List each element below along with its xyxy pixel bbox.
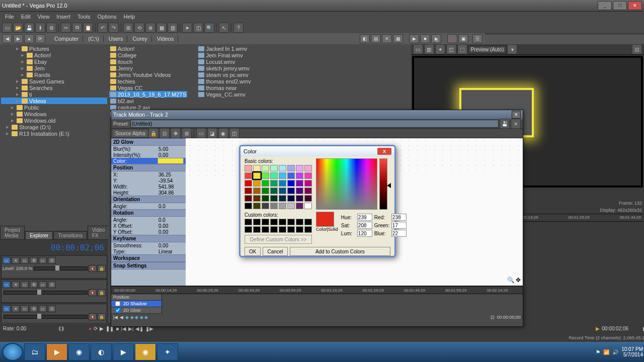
tray-flag-icon[interactable]: ⚑: [596, 349, 600, 355]
view2-icon[interactable]: ▣: [458, 34, 468, 43]
tm-close-button[interactable]: ✕: [512, 111, 521, 119]
preview-ext-icon[interactable]: ⬚: [457, 44, 467, 54]
color-swatch[interactable]: [253, 195, 261, 202]
file-item[interactable]: Locust.wmv: [197, 58, 252, 65]
nav-opt2-icon[interactable]: ▤: [371, 34, 381, 43]
hue-sat-picker[interactable]: [316, 158, 377, 210]
stop-icon[interactable]: ■: [420, 34, 430, 43]
custom-color-swatch[interactable]: [253, 226, 261, 233]
tree-item[interactable]: ▸Windows.old: [1, 117, 107, 124]
tab-transitions[interactable]: Transitions: [53, 231, 87, 240]
tm-smooth-value[interactable]: 0.00: [158, 243, 184, 248]
crumb-computer[interactable]: Computer: [50, 35, 83, 42]
ok-button[interactable]: OK: [245, 247, 261, 256]
tm-lock-icon[interactable]: 🔒: [148, 128, 158, 138]
nav-del-icon[interactable]: ✕: [382, 34, 392, 43]
luminance-slider[interactable]: [379, 158, 387, 210]
hue-input[interactable]: [357, 214, 372, 221]
custom-color-swatch[interactable]: [296, 219, 303, 225]
define-custom-button[interactable]: Define Custom Colors >>: [245, 235, 312, 244]
color-swatch[interactable]: [287, 188, 295, 194]
props-icon[interactable]: ⚙: [46, 23, 56, 33]
tray-vol-icon[interactable]: 🔊: [612, 349, 618, 355]
custom-color-swatch[interactable]: [287, 226, 295, 233]
color-swatch[interactable]: [304, 188, 312, 194]
file-item[interactable]: Jems Youtube Videos: [109, 71, 187, 78]
custom-color-swatch[interactable]: [279, 226, 286, 233]
custom-color-swatch[interactable]: [287, 219, 295, 225]
red-input[interactable]: [391, 214, 407, 221]
file-item[interactable]: thomas near: [197, 84, 252, 91]
tm-section-snap[interactable]: Snap Settings: [111, 262, 186, 269]
menu-edit[interactable]: Edit: [18, 13, 34, 21]
file-item[interactable]: itouch: [109, 58, 187, 65]
file-item[interactable]: Jacked In 1.wmv: [197, 45, 252, 52]
autoripple-icon[interactable]: ⟲: [134, 23, 144, 33]
redo-icon[interactable]: ↷: [109, 23, 119, 33]
color-swatch[interactable]: [279, 172, 286, 179]
tree-item[interactable]: ▸Storage (D:\): [1, 124, 107, 130]
crumb-corey[interactable]: Corey: [128, 35, 151, 42]
close-button[interactable]: ✕: [628, 1, 642, 10]
maximize-button[interactable]: □: [613, 1, 627, 10]
custom-color-swatch[interactable]: [245, 219, 252, 225]
color-swatch[interactable]: [296, 188, 303, 194]
tm-scale-icon[interactable]: ⊡: [159, 128, 170, 138]
tree-item[interactable]: ▸Jem: [1, 65, 107, 71]
file-item[interactable]: Jem Final.wmv: [197, 52, 252, 58]
color-swatch[interactable]: [253, 203, 261, 209]
color-swatch[interactable]: [262, 195, 269, 202]
file-item[interactable]: 2013_10_5_19_6_17.M2TS: [109, 91, 187, 98]
autoplay-icon[interactable]: ▶̲: [431, 34, 441, 43]
custom-color-swatch[interactable]: [270, 219, 278, 225]
preview-fx-icon[interactable]: ✦: [435, 44, 445, 54]
color-swatch[interactable]: [253, 180, 261, 187]
taskbar-steam-icon[interactable]: ◉: [135, 343, 156, 360]
color-swatch[interactable]: [287, 172, 295, 179]
color-swatch[interactable]: [296, 195, 303, 202]
color-swatch[interactable]: [245, 203, 252, 209]
menu-help[interactable]: Help: [120, 13, 138, 21]
file-item[interactable]: thomas end2.wmv: [197, 78, 252, 84]
tm-source-dropdown[interactable]: Source Alpha: [113, 130, 147, 137]
tm-section-glow[interactable]: 2D Glow: [111, 138, 186, 146]
tm-shadow-checkbox[interactable]: [115, 301, 120, 306]
tm-kf-first-icon[interactable]: |◀: [113, 315, 118, 320]
sat-input[interactable]: [357, 222, 372, 229]
taskbar-explorer-icon[interactable]: 🗂: [24, 343, 45, 360]
cut-icon[interactable]: ✂: [61, 23, 71, 33]
help-icon[interactable]: ?: [233, 23, 244, 33]
tm-kf-shadow[interactable]: 2D Shadow: [111, 301, 162, 307]
color-swatch[interactable]: [296, 180, 303, 187]
tm-shadow-icon[interactable]: ◪: [207, 128, 217, 138]
system-tray[interactable]: ⚑ 📶 🔊 10:07 PM 5/7/2014: [593, 346, 644, 357]
file-item[interactable]: College: [109, 52, 187, 58]
tab-project-media[interactable]: Project Media: [0, 226, 25, 240]
tree-item[interactable]: ▸Ebay: [1, 58, 107, 65]
color-swatch[interactable]: [253, 188, 261, 194]
taskbar-chrome-icon[interactable]: ◉: [68, 343, 90, 360]
color-swatch[interactable]: [287, 195, 295, 202]
color-swatch[interactable]: [245, 165, 252, 171]
custom-color-swatch[interactable]: [245, 226, 252, 233]
tree-item[interactable]: ▸Pictures: [1, 45, 107, 52]
color-swatch[interactable]: [262, 180, 269, 187]
file-item[interactable]: steam vs pc.wmv: [197, 71, 252, 78]
menu-insert[interactable]: Insert: [53, 13, 73, 21]
color-dialog-close-button[interactable]: X: [377, 148, 391, 155]
color-swatch[interactable]: [270, 195, 278, 202]
lum-input[interactable]: [357, 230, 372, 237]
color-swatch[interactable]: [262, 165, 269, 171]
tree-item[interactable]: ▸Windows: [1, 111, 107, 117]
tool2-icon[interactable]: ▥: [168, 23, 178, 33]
preview-scale-icon[interactable]: ⊡: [632, 44, 642, 54]
select-tool-icon[interactable]: ◫: [193, 23, 203, 33]
custom-color-swatch[interactable]: [296, 226, 303, 233]
file-item[interactable]: sketch jemry.wmv: [197, 65, 252, 71]
save-icon[interactable]: 💾: [24, 23, 34, 33]
color-swatch[interactable]: [245, 188, 252, 194]
tree-item[interactable]: ▸Action!: [1, 52, 107, 58]
tree-item[interactable]: ▸Rands: [1, 71, 107, 78]
color-swatch[interactable]: [279, 188, 286, 194]
color-swatch[interactable]: [253, 165, 261, 171]
